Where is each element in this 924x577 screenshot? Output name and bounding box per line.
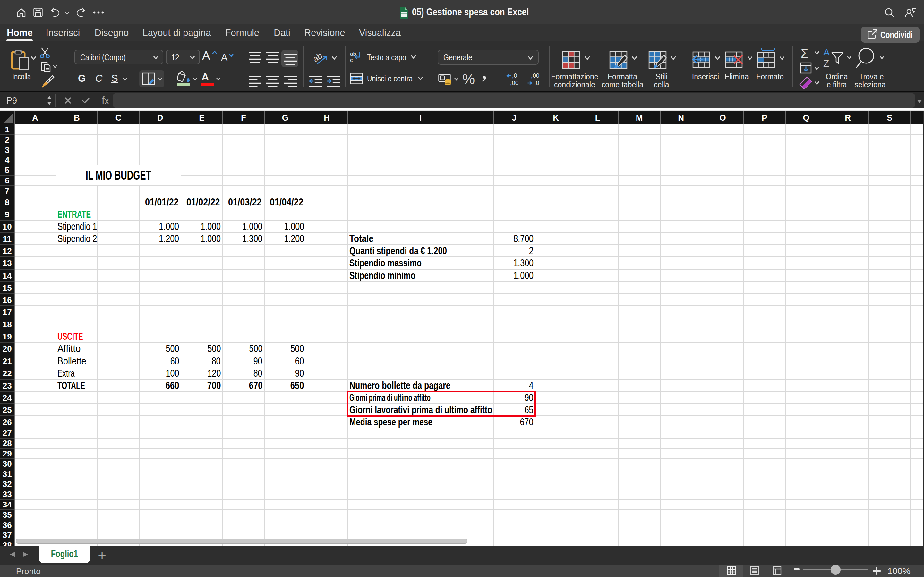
- svg-text:ab: ab: [314, 51, 324, 64]
- svg-text:,00: ,00: [510, 79, 519, 86]
- svg-text:,0: ,0: [534, 79, 540, 86]
- svg-text:ab: ab: [350, 51, 356, 57]
- svg-text:,00: ,00: [531, 73, 540, 79]
- svg-text:,0: ,0: [512, 73, 517, 79]
- svg-text:c: c: [350, 57, 353, 63]
